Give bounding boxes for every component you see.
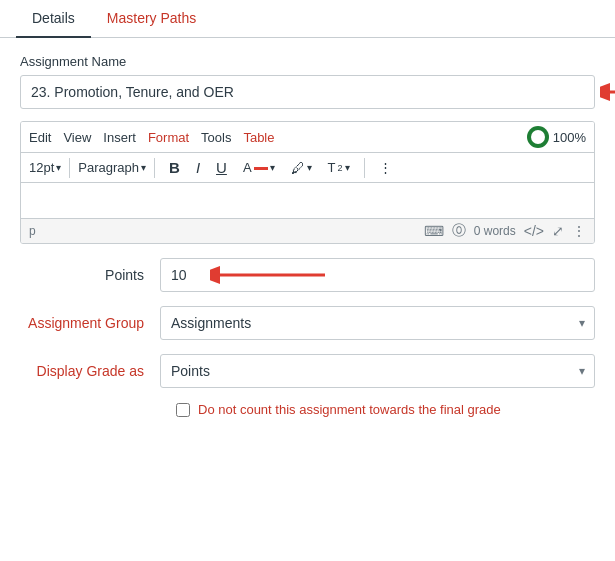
rte-menubar: Edit View Insert Format Tools Table 100% [21,122,594,153]
assignment-group-label: Assignment Group [20,315,160,331]
superscript-button[interactable]: T2 ▾ [322,158,356,177]
rte-menu-insert[interactable]: Insert [103,130,136,145]
rte-menu-edit[interactable]: Edit [29,130,51,145]
font-size-selector[interactable]: 12pt ▾ [29,160,61,175]
rte-statusbar: p ⌨ ⓪ 0 words </> ⤢ ⋮ [21,219,594,243]
code-view-icon[interactable]: </> [524,223,544,239]
assignment-name-label: Assignment Name [20,54,595,69]
tab-mastery-paths[interactable]: Mastery Paths [91,0,212,38]
display-grade-select-wrapper: Points ▾ [160,354,595,388]
font-color-button[interactable]: A ▾ [237,158,281,177]
rte-toolbar: 12pt ▾ Paragraph ▾ B I U A ▾ 🖊 ▾ [21,153,594,183]
font-size-chevron-icon: ▾ [56,162,61,173]
paragraph-chevron-icon: ▾ [141,162,146,173]
rte-menu-format[interactable]: Format [148,130,189,145]
assignment-group-row: Assignment Group Assignments ▾ [20,306,595,340]
rte-menu-tools[interactable]: Tools [201,130,231,145]
word-count-label: 0 words [474,224,516,238]
assignment-group-select-container: Assignments ▾ [160,306,595,340]
progress-label: 100% [553,130,586,145]
rte-menu-items: Edit View Insert Format Tools Table [29,130,274,145]
assignment-group-select-wrapper: Assignments ▾ [160,306,595,340]
underline-button[interactable]: U [210,157,233,178]
final-grade-checkbox-row: Do not count this assignment towards the… [176,402,595,417]
highlight-chevron-icon: ▾ [307,162,312,173]
display-grade-select-container: Points ▾ [160,354,595,388]
keyboard-icon[interactable]: ⌨ [424,223,444,239]
display-grade-select[interactable]: Points [160,354,595,388]
italic-button[interactable]: I [190,157,206,178]
final-grade-checkbox-label: Do not count this assignment towards the… [198,402,501,417]
assignment-editor: Details Mastery Paths Assignment Name [0,0,615,417]
display-grade-row: Display Grade as Points ▾ [20,354,595,388]
assignment-name-field: Assignment Name [20,54,595,109]
rte-progress-indicator: 100% [527,126,586,148]
toolbar-divider-2 [154,158,155,178]
paragraph-selector[interactable]: Paragraph ▾ [78,160,146,175]
highlight-icon: 🖊 [291,160,305,176]
points-input-container [160,258,595,292]
paragraph-value: Paragraph [78,160,139,175]
assignment-name-input-wrapper [20,75,595,109]
toolbar-divider-3 [364,158,365,178]
toolbar-divider-1 [69,158,70,178]
font-color-indicator [254,167,268,170]
points-label: Points [20,267,160,283]
highlight-button[interactable]: 🖊 ▾ [285,158,318,178]
details-form: Assignment Name Edit [0,54,615,417]
font-size-value: 12pt [29,160,54,175]
display-grade-label: Display Grade as [20,363,160,379]
tab-details[interactable]: Details [16,0,91,38]
assignment-name-input[interactable] [20,75,595,109]
rte-path-indicator: p [29,224,36,238]
points-row: Points [20,258,595,292]
rte-menu-table[interactable]: Table [243,130,274,145]
superscript-chevron-icon: ▾ [345,162,350,173]
final-grade-checkbox[interactable] [176,403,190,417]
superscript-icon: 2 [338,163,343,173]
rte-content-area[interactable] [21,183,594,219]
bold-button[interactable]: B [163,157,186,178]
more-options-icon[interactable]: ⋮ [572,223,586,239]
fullscreen-icon[interactable]: ⤢ [552,223,564,239]
rte-status-right: ⌨ ⓪ 0 words </> ⤢ ⋮ [424,222,586,240]
progress-circle-icon [527,126,549,148]
name-arrow-annotation [600,78,615,106]
points-input[interactable] [160,258,595,292]
accessibility-icon[interactable]: ⓪ [452,222,466,240]
font-color-chevron-icon: ▾ [270,162,275,173]
tabs-bar: Details Mastery Paths [0,0,615,38]
rich-text-editor: Edit View Insert Format Tools Table 100%… [20,121,595,244]
rte-menu-view[interactable]: View [63,130,91,145]
assignment-group-select[interactable]: Assignments [160,306,595,340]
more-button[interactable]: ⋮ [373,158,398,177]
